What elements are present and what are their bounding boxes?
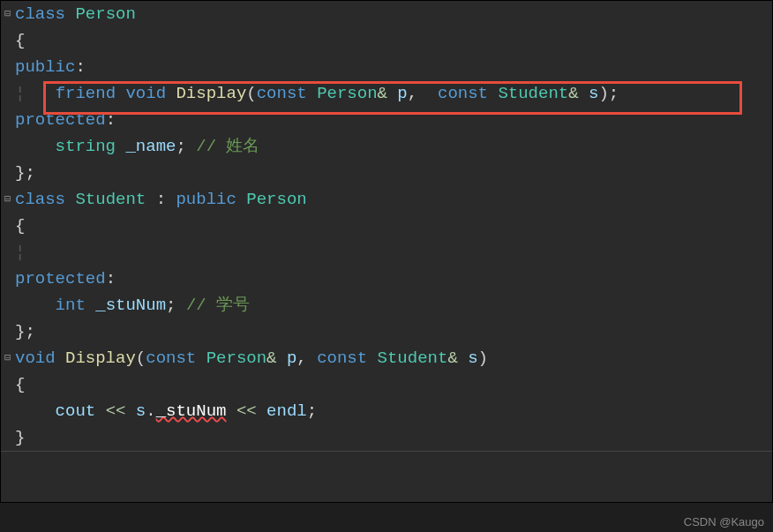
class-name: Person (75, 4, 135, 24)
code-line[interactable]: { (1, 213, 772, 239)
error-member: _stuNum (156, 401, 227, 421)
member-name: _name (125, 137, 176, 156)
function-name: Display (65, 348, 136, 368)
class-name: Student (75, 190, 146, 209)
code-line[interactable]: } (1, 424, 772, 451)
brace-close: }; (15, 163, 35, 183)
code-line[interactable]: }; (1, 318, 772, 345)
code-line[interactable]: protected: (1, 107, 772, 133)
code-line[interactable]: string _name; // 姓名 (1, 133, 772, 160)
brace-close: } (15, 428, 25, 447)
function-name: Display (176, 84, 246, 103)
code-line[interactable]: int _stuNum; // 学号 (1, 292, 772, 318)
keyword-void: void (125, 84, 166, 103)
watermark-text: CSDN @Kaugo (684, 515, 764, 528)
fold-icon[interactable]: ⊟ (4, 186, 15, 213)
code-editor[interactable]: ⊟class Person { public: ¦ friend void Di… (0, 0, 773, 503)
identifier-cout: cout (56, 401, 96, 421)
code-line[interactable]: ⊟class Person (1, 1, 772, 27)
code-line[interactable]: public: (1, 54, 772, 80)
code-line[interactable]: }; (1, 160, 772, 186)
keyword-public: public (15, 57, 75, 77)
fold-icon[interactable]: ⊟ (4, 345, 15, 371)
code-line[interactable]: ¦ (1, 239, 772, 266)
blank-editor-area[interactable] (1, 452, 772, 476)
code-line[interactable]: ⊟void Display(const Person& p, const Stu… (1, 345, 772, 371)
keyword-class: class (15, 4, 65, 24)
type-int: int (56, 296, 86, 315)
code-line[interactable]: { (1, 371, 772, 398)
code-line[interactable]: ⊟class Student : public Person (1, 186, 772, 213)
fold-icon[interactable]: ⊟ (4, 1, 15, 27)
code-line[interactable]: protected: (1, 266, 772, 292)
keyword-protected: protected (15, 110, 106, 130)
comment: // 学号 (186, 296, 250, 315)
comment: // 姓名 (196, 137, 259, 156)
type-string: string (56, 137, 116, 156)
code-line[interactable]: cout << s._stuNum << endl; (1, 398, 772, 424)
code-line[interactable]: ¦ friend void Display(const Person& p, c… (1, 80, 772, 107)
brace-open: { (15, 31, 25, 50)
keyword-friend: friend (56, 84, 116, 103)
code-line[interactable]: { (1, 27, 772, 54)
